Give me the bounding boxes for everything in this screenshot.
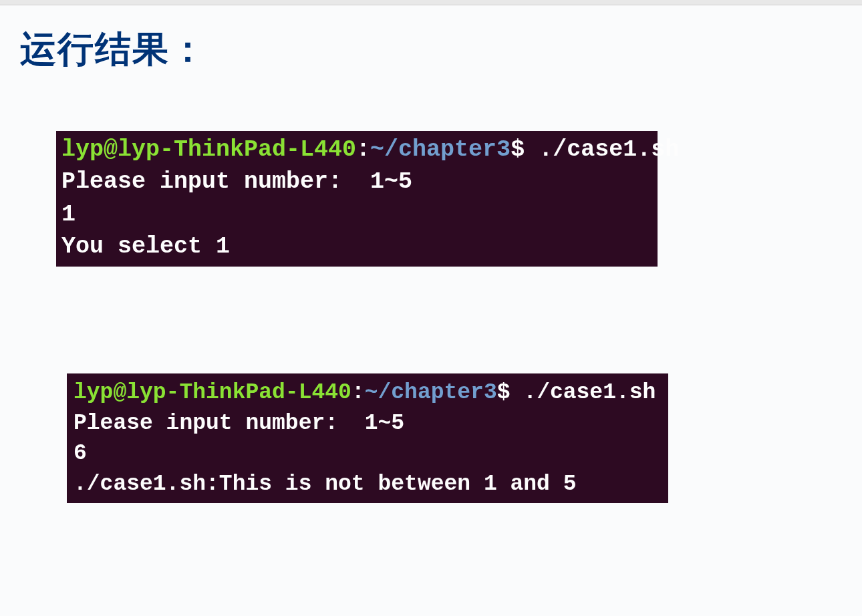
terminal-dollar: $ bbox=[511, 136, 525, 163]
terminal-line: Please input number: 1~5 bbox=[74, 411, 404, 436]
terminal-dollar: $ bbox=[497, 380, 511, 405]
terminal-line: ./case1.sh:This is not between 1 and 5 bbox=[74, 472, 577, 496]
top-divider bbox=[0, 0, 862, 5]
terminal-user: lyp@lyp-ThinkPad-L440 bbox=[61, 136, 356, 163]
terminal-path: ~/chapter3 bbox=[365, 380, 497, 405]
terminal-colon: : bbox=[351, 380, 365, 405]
terminal-command: ./case1.sh bbox=[525, 136, 679, 163]
terminal-colon: : bbox=[356, 136, 370, 163]
terminal-user: lyp@lyp-ThinkPad-L440 bbox=[74, 380, 351, 405]
terminal-line: Please input number: 1~5 bbox=[61, 168, 412, 195]
terminal-command: ./case1.sh bbox=[511, 380, 656, 405]
page-content: 运行结果： lyp@lyp-ThinkPad-L440:~/chapter3$ … bbox=[0, 5, 862, 503]
terminal-line: 6 bbox=[74, 441, 87, 466]
terminal-line: You select 1 bbox=[61, 233, 230, 260]
terminal-output-2: lyp@lyp-ThinkPad-L440:~/chapter3$ ./case… bbox=[67, 373, 668, 503]
terminal-output-1: lyp@lyp-ThinkPad-L440:~/chapter3$ ./case… bbox=[56, 131, 658, 267]
terminal-line: 1 bbox=[61, 201, 76, 228]
terminal-path: ~/chapter3 bbox=[370, 136, 511, 163]
page-title: 运行结果： bbox=[20, 25, 842, 74]
